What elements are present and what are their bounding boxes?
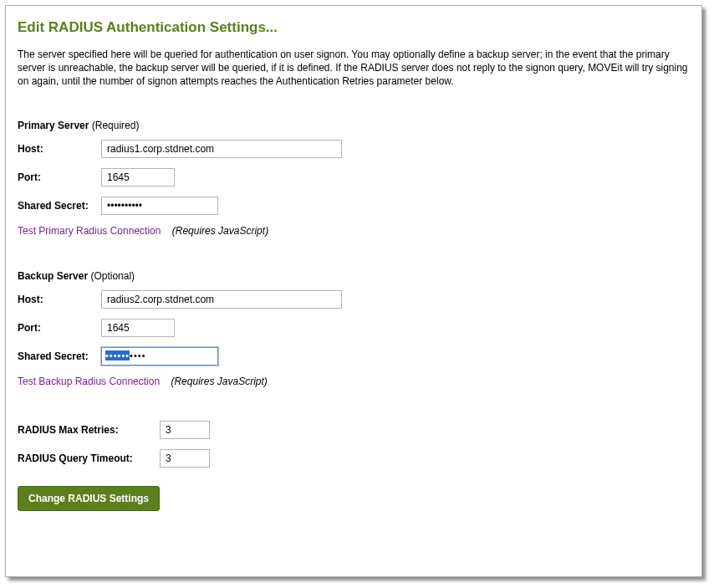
backup-server-header-note: (Optional) xyxy=(88,270,135,282)
description-text: The server specified here will be querie… xyxy=(18,48,690,88)
primary-port-label: Port: xyxy=(18,171,101,183)
max-retries-label: RADIUS Max Retries: xyxy=(18,424,160,436)
primary-server-header-note: (Required) xyxy=(89,120,139,131)
test-primary-link[interactable]: Test Primary Radius Connection xyxy=(18,225,161,237)
primary-host-label: Host: xyxy=(18,143,101,155)
primary-secret-label: Shared Secret: xyxy=(18,200,101,212)
backup-secret-input[interactable] xyxy=(101,347,218,366)
test-primary-requires: (Requires JavaScript) xyxy=(172,225,268,237)
backup-host-input[interactable] xyxy=(101,290,342,309)
change-radius-settings-button[interactable]: Change RADIUS Settings xyxy=(18,486,160,511)
backup-secret-label: Shared Secret: xyxy=(18,350,101,362)
test-backup-link[interactable]: Test Backup Radius Connection xyxy=(18,376,160,387)
primary-server-header: Primary Server (Required) xyxy=(18,120,690,131)
max-retries-input[interactable] xyxy=(160,421,210,439)
primary-secret-input[interactable] xyxy=(101,197,218,215)
settings-panel: Edit RADIUS Authentication Settings... T… xyxy=(5,5,702,577)
backup-server-header: Backup Server (Optional) xyxy=(18,270,690,282)
page-title: Edit RADIUS Authentication Settings... xyxy=(18,19,690,36)
query-timeout-label: RADIUS Query Timeout: xyxy=(18,453,160,464)
backup-host-label: Host: xyxy=(18,294,101,305)
backup-port-input[interactable] xyxy=(101,319,175,337)
primary-server-header-name: Primary Server xyxy=(18,120,89,131)
backup-server-header-name: Backup Server xyxy=(18,270,88,282)
primary-port-input[interactable] xyxy=(101,168,175,187)
query-timeout-input[interactable] xyxy=(160,449,210,468)
backup-port-label: Port: xyxy=(18,322,101,334)
primary-host-input[interactable] xyxy=(101,140,342,158)
test-backup-requires: (Requires JavaScript) xyxy=(171,376,267,387)
